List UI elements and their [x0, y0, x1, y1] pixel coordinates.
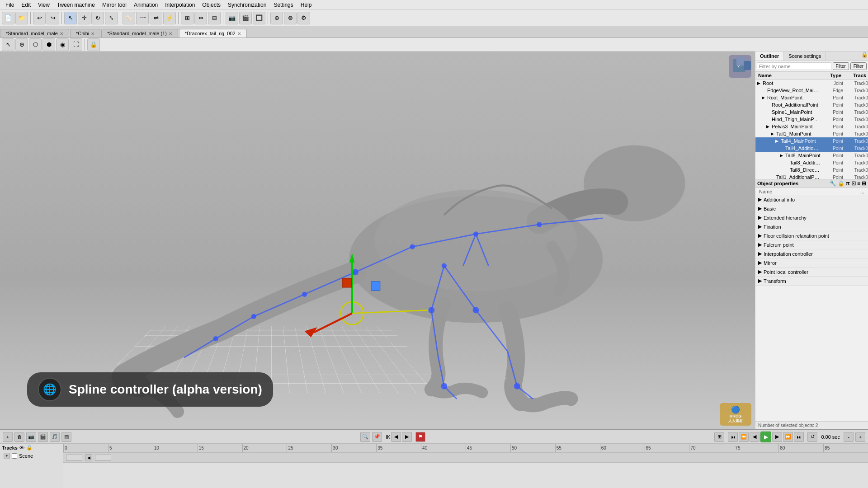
sym-btn[interactable]: ⇔ — [194, 12, 207, 24]
tab-chibi[interactable]: *Chibi ✕ — [70, 29, 100, 38]
tl-search-btn[interactable]: 🔍 — [360, 432, 370, 442]
filter-btn2[interactable]: Filter — [850, 62, 867, 70]
tree-item[interactable]: EdgeView_Root_MainPoint<->Root_Additio..… — [755, 87, 868, 94]
tl-grid-btn[interactable]: ⊞ — [714, 432, 724, 442]
menu-edit[interactable]: Edit — [18, 2, 34, 8]
scene-expand-btn[interactable]: + — [4, 453, 10, 459]
menu-tween[interactable]: Tween machine — [53, 2, 99, 8]
tab-close-btn[interactable]: ✕ — [91, 31, 94, 36]
tree-item[interactable]: Root_AdditionalPointPointTrack0 — [755, 101, 868, 108]
play-fwd-btn[interactable]: ⏩ — [783, 432, 793, 442]
tab-close-btn[interactable]: ✕ — [169, 31, 172, 36]
tl-pin-btn[interactable]: 📌 — [372, 432, 382, 442]
tl-camera-track[interactable]: 📷 — [26, 432, 36, 442]
menu-mirror[interactable]: Mirror tool — [99, 2, 130, 8]
tree-item[interactable]: ▶Tail4_MainPointPointTrack0 — [755, 137, 868, 145]
redo-btn[interactable]: ↪ — [47, 12, 59, 24]
tree-expand-icon[interactable]: ▶ — [766, 124, 772, 129]
viewport-3d[interactable]: Y 🌐 Spline controller (alpha version) 🔵 … — [0, 52, 755, 429]
tl-flag-btn[interactable]: ⚑ — [415, 432, 425, 442]
ik-prev-btn[interactable]: ◀ — [391, 432, 401, 442]
frame-prev-btn[interactable]: ◀ — [85, 454, 92, 461]
scene-checkbox[interactable] — [12, 453, 17, 459]
extra1-btn[interactable]: ⊕ — [270, 12, 283, 24]
tl-track-settings[interactable]: ▤ — [61, 432, 71, 442]
prop-section-toggle[interactable]: ▶Extended hierarchy — [755, 213, 868, 222]
tree-item[interactable]: Spine1_MainPointPointTrack0 — [755, 108, 868, 116]
select-tool-btn[interactable]: ↖ — [64, 12, 77, 24]
filter-input[interactable] — [757, 62, 831, 70]
lock-btn[interactable]: 🔒 — [87, 38, 100, 51]
prop-section-toggle[interactable]: ▶Basic — [755, 204, 868, 213]
play-prev-btn[interactable]: ⏮ — [728, 432, 738, 442]
mirror-btn[interactable]: ⊟ — [208, 12, 221, 24]
extra2-btn[interactable]: ⊗ — [284, 12, 297, 24]
tree-item[interactable]: Tail8_AdditionalPointPointTrack0 — [755, 159, 868, 166]
physics-btn[interactable]: ⚡ — [163, 12, 176, 24]
tree-item[interactable]: ▶RootJointTrack0 — [755, 80, 868, 87]
navigation-cube[interactable]: Y — [729, 55, 751, 78]
tree-item[interactable]: Hind_Thigh_MainPoint_rPointTrack0 — [755, 116, 868, 123]
play-back-btn[interactable]: ⏪ — [739, 432, 749, 442]
tl-delete-track[interactable]: 🗑 — [14, 432, 24, 442]
move-tool-btn[interactable]: ✛ — [78, 12, 90, 24]
rotate-tool-btn[interactable]: ↻ — [91, 12, 104, 24]
undo-btn[interactable]: ↩ — [33, 12, 46, 24]
tree-item[interactable]: ▶Root_MainPointPointTrack0 — [755, 94, 868, 101]
curve-mode-btn[interactable]: ◉ — [56, 38, 69, 51]
menu-view[interactable]: View — [34, 2, 53, 8]
prop-section-toggle[interactable]: ▶Point local controller — [755, 267, 868, 276]
prop-section-toggle[interactable]: ▶Fulcrum point — [755, 240, 868, 249]
select-mode-btn[interactable]: ↖ — [2, 38, 14, 51]
tree-item[interactable]: Tail1_AdditionalPointPointTrack0 — [755, 174, 868, 179]
menu-objects[interactable]: Objects — [198, 2, 224, 8]
tab-outliner[interactable]: Outliner — [755, 52, 784, 61]
prop-section-toggle[interactable]: ▶Additional info — [755, 195, 868, 204]
menu-help[interactable]: Help — [297, 2, 316, 8]
menu-sync[interactable]: Synchronization — [224, 2, 270, 8]
path-btn[interactable]: 〰 — [136, 12, 149, 24]
menu-animation[interactable]: Animation — [130, 2, 161, 8]
filter-btn[interactable]: Filter — [833, 62, 849, 70]
rig-mode-btn[interactable]: ⛶ — [70, 38, 82, 51]
prop-section-toggle[interactable]: ▶Mirror — [755, 258, 868, 267]
tree-item[interactable]: ▶Tail8_MainPointPointTrack0 — [755, 152, 868, 159]
tree-expand-icon[interactable]: ▶ — [762, 95, 767, 100]
tab-close-btn[interactable]: ✕ — [237, 31, 241, 36]
play-btn[interactable]: ▶ — [760, 432, 771, 442]
tab-close-btn[interactable]: ✕ — [60, 31, 63, 36]
loop-btn[interactable]: ↺ — [807, 432, 817, 442]
tl-video-track[interactable]: 🎬 — [38, 432, 48, 442]
play-fwd-step-btn[interactable]: ▶ — [772, 432, 782, 442]
align-btn[interactable]: ⊞ — [181, 12, 193, 24]
transform-mode-btn[interactable]: ⊕ — [15, 38, 28, 51]
frame-end-input[interactable]: 0 — [95, 455, 111, 461]
play-next-btn[interactable]: ⏭ — [794, 432, 804, 442]
pose-btn[interactable]: 🦴 — [123, 12, 135, 24]
open-file-btn[interactable]: 📁 — [15, 12, 28, 24]
menu-settings[interactable]: Settings — [270, 2, 297, 8]
menu-interpolation[interactable]: Interpolation — [161, 2, 198, 8]
prop-section-toggle[interactable]: ▶Floor collision relaxation point — [755, 231, 868, 240]
timeline-ruler[interactable]: 0510152025303540455055606570758085 0 ◀ 0 — [63, 444, 868, 488]
prop-section-toggle[interactable]: ▶Fixation — [755, 222, 868, 231]
tree-expand-icon[interactable]: ▶ — [771, 131, 776, 136]
tree-expand-icon[interactable]: ▶ — [757, 81, 763, 85]
tab-standard-male2[interactable]: *Standard_model_male (1) ✕ — [101, 29, 178, 38]
frame-start-input[interactable]: 0 — [66, 455, 82, 461]
tree-item[interactable]: Tail4_AdditionalPointPointTrack0 — [755, 145, 868, 152]
ik-next-btn[interactable]: ▶ — [402, 432, 412, 442]
cam-btn[interactable]: 📷 — [226, 12, 238, 24]
menu-file[interactable]: File — [2, 2, 18, 8]
render-btn[interactable]: 🎬 — [239, 12, 252, 24]
tab-scene-settings[interactable]: Scene settings — [784, 52, 826, 61]
tree-item[interactable]: ▶Tail1_MainPointPointTrack0 — [755, 130, 868, 137]
play-back-step-btn[interactable]: ◀ — [750, 432, 760, 442]
tab-standard-male[interactable]: *Standard_model_male ✕ — [0, 29, 69, 38]
prop-section-toggle[interactable]: ▶Transform — [755, 277, 868, 285]
extra3-btn[interactable]: ⚙ — [297, 12, 310, 24]
tree-item[interactable]: Tail8_DirectionPointPointTrack0 — [755, 166, 868, 174]
view3d-btn[interactable]: 🔲 — [253, 12, 265, 24]
tree-expand-icon[interactable]: ▶ — [780, 153, 785, 158]
new-file-btn[interactable]: 📄 — [2, 12, 14, 24]
